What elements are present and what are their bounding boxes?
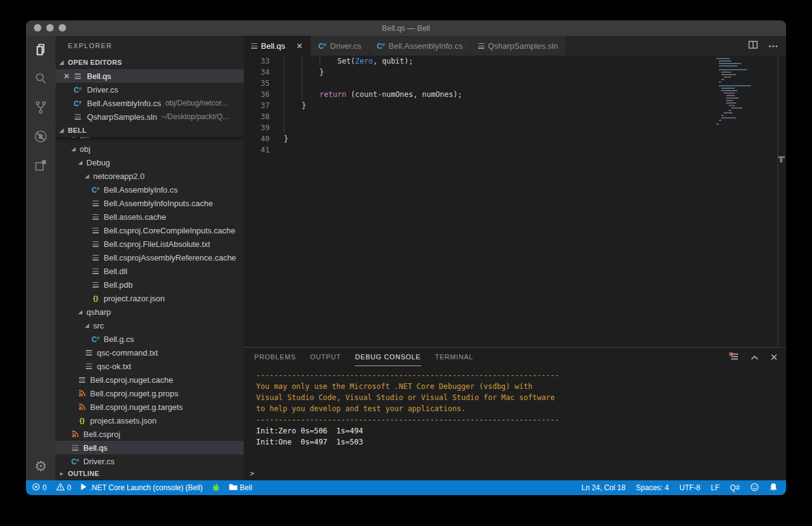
close-tab-icon[interactable]: ✕	[296, 41, 303, 51]
editor-tab[interactable]: C#Bell.AssemblyInfo.cs	[370, 36, 471, 56]
debug-icon[interactable]	[33, 128, 49, 144]
tree-folder-row[interactable]: ◢netcoreapp2.0	[56, 169, 244, 183]
line-number[interactable]: 40	[244, 133, 270, 144]
maximize-panel-icon[interactable]	[750, 352, 759, 363]
tree-file-row[interactable]: Bell.csproj	[56, 427, 244, 441]
extensions-icon[interactable]	[33, 157, 49, 173]
explorer-icon[interactable]	[33, 41, 49, 57]
editor-tab[interactable]: QsharpSamples.sln	[471, 36, 566, 56]
tree-file-row[interactable]: C#Bell.AssemblyInfo.cs	[56, 183, 244, 196]
chevron-expanded-icon: ◢	[59, 127, 65, 133]
tab-label: QsharpSamples.sln	[488, 41, 558, 51]
play-icon	[80, 483, 87, 493]
close-window-button[interactable]	[34, 24, 41, 31]
tree-folder-row[interactable]: ◢bin	[56, 137, 244, 142]
line-number[interactable]: 41	[244, 144, 270, 156]
status-item-bell[interactable]	[769, 483, 777, 493]
chevron-collapsed-icon: ▸	[59, 470, 65, 477]
chevron-expanded-icon: ◢	[84, 322, 90, 328]
open-editor-item[interactable]: C#Driver.cs	[56, 83, 244, 96]
status-item[interactable]: Spaces: 4	[636, 483, 669, 492]
status-item-smiley[interactable]	[750, 483, 759, 493]
editor-tab[interactable]: C#Driver.cs	[311, 36, 370, 56]
tree-file-row[interactable]: {}project.assets.json	[56, 414, 244, 427]
status-item-label: UTF-8	[679, 483, 700, 492]
tree-item-label: Bell.dll	[104, 267, 127, 276]
tree-file-row[interactable]: Bell.csprojAssemblyReference.cache	[56, 251, 244, 264]
chevron-expanded-icon: ◢	[70, 146, 77, 152]
chevron-expanded-icon: ◢	[77, 309, 83, 315]
overview-ruler[interactable]	[777, 56, 786, 347]
outline-header[interactable]: ▸ OUTLINE	[56, 467, 244, 480]
source-control-icon[interactable]	[33, 99, 49, 115]
status-item-flame[interactable]	[212, 482, 220, 493]
open-editor-item[interactable]: QsharpSamples.sln~/Desktop/packt/Q...	[56, 110, 244, 123]
xml-feed-icon	[78, 403, 86, 411]
tree-file-row[interactable]: Bell.qs	[56, 441, 244, 454]
code-editor[interactable]: 33 Set(Zero, qubit);34 }3536 return (cou…	[244, 56, 786, 347]
status-item[interactable]: Ln 24, Col 18	[581, 483, 625, 492]
search-icon[interactable]	[33, 70, 49, 86]
gear-icon[interactable]: ⚙	[26, 458, 56, 474]
line-number[interactable]: 35	[244, 78, 270, 89]
tree-file-row[interactable]: Bell.dll	[56, 264, 244, 278]
panel-tab-terminal[interactable]: TERMINAL	[434, 348, 474, 366]
clear-console-icon[interactable]	[729, 352, 739, 363]
csharp-icon: C#	[73, 99, 81, 107]
csharp-icon: C#	[377, 41, 385, 50]
tree-folder-row[interactable]: ◢qsharp	[56, 305, 244, 319]
panel-tab-problems[interactable]: PROBLEMS	[254, 348, 297, 366]
minimize-window-button[interactable]	[46, 24, 54, 31]
open-editor-path: obj/Debug/netcor...	[165, 99, 228, 107]
tree-file-row[interactable]: qsc-ok.txt	[56, 359, 244, 373]
status-item-play[interactable]: .NET Core Launch (console) (Bell)	[80, 483, 202, 493]
line-number[interactable]: 37	[244, 100, 270, 111]
debug-console-prompt[interactable]: >	[250, 468, 254, 479]
file-icon	[93, 201, 99, 206]
tree-file-row[interactable]: Bell.csproj.CoreCompileInputs.cache	[56, 223, 244, 237]
open-editor-item[interactable]: C#Bell.AssemblyInfo.csobj/Debug/netcor..…	[56, 96, 244, 110]
close-editor-icon[interactable]: ✕	[62, 72, 72, 81]
open-editor-item[interactable]: ✕Bell.qs	[56, 69, 244, 83]
status-item[interactable]: LF	[711, 483, 719, 492]
line-number[interactable]: 39	[244, 122, 270, 133]
status-item[interactable]: UTF-8	[679, 483, 700, 492]
panel-tab-debug-console[interactable]: DEBUG CONSOLE	[355, 348, 421, 366]
status-item-error[interactable]: 0	[32, 483, 47, 493]
minimap[interactable]	[715, 57, 777, 131]
status-item-warning[interactable]: 0	[56, 483, 72, 493]
close-panel-icon[interactable]	[771, 352, 777, 363]
tree-file-row[interactable]: Bell.AssemblyInfoInputs.cache	[56, 196, 244, 210]
line-number[interactable]: 33	[244, 56, 270, 67]
line-number[interactable]: 34	[244, 67, 270, 78]
tree-file-row[interactable]: qsc-command.txt	[56, 346, 244, 359]
more-actions-icon[interactable]: ⋯	[768, 40, 779, 52]
csharp-icon: C#	[318, 41, 326, 50]
panel-tab-output[interactable]: OUTPUT	[310, 348, 342, 366]
tree-file-row[interactable]: Bell.csproj.nuget.cache	[56, 373, 244, 386]
tree-item-label: Bell.qs	[83, 443, 107, 453]
tree-folder-row[interactable]: ◢Debug	[56, 156, 244, 169]
editor-tab[interactable]: Bell.qs✕	[244, 36, 311, 56]
tree-file-row[interactable]: C#Bell.g.cs	[56, 332, 244, 346]
open-editors-header[interactable]: ◢ OPEN EDITORS	[56, 56, 244, 69]
status-item[interactable]: Q#	[730, 483, 740, 492]
folder-section-header[interactable]: ◢ BELL	[56, 123, 244, 137]
chevron-expanded-icon: ◢	[59, 59, 65, 65]
tree-file-row[interactable]: {}project.razor.json	[56, 291, 244, 305]
tree-file-row[interactable]: Bell.pdb	[56, 278, 244, 291]
tree-file-row[interactable]: Bell.csproj.FileListAbsolute.txt	[56, 237, 244, 251]
tree-file-row[interactable]: Bell.assets.cache	[56, 210, 244, 223]
tree-folder-row[interactable]: ◢obj	[56, 142, 244, 156]
split-editor-icon[interactable]	[748, 40, 758, 51]
line-number[interactable]: 36	[244, 89, 270, 100]
tree-folder-row[interactable]: ◢src	[56, 319, 244, 332]
status-item-label: .NET Core Launch (console) (Bell)	[89, 483, 202, 492]
tree-file-row[interactable]: C#Driver.cs	[56, 454, 244, 467]
line-number[interactable]: 38	[244, 111, 270, 122]
status-item-folder[interactable]: Bell	[229, 483, 252, 493]
tree-file-row[interactable]: Bell.csproj.nuget.g.props	[56, 386, 244, 400]
zoom-window-button[interactable]	[59, 24, 66, 31]
tree-file-row[interactable]: Bell.csproj.nuget.g.targets	[56, 400, 244, 414]
file-icon	[75, 114, 81, 120]
